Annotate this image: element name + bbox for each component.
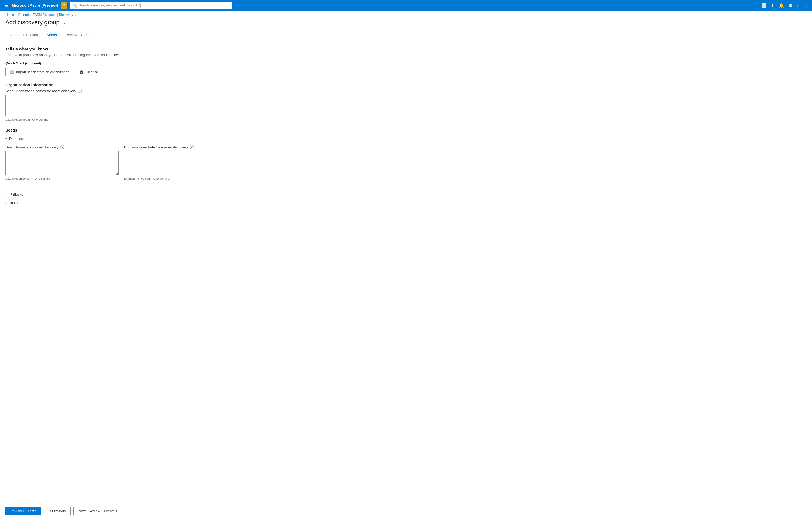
clear-all-button[interactable]: 🗑 Clear all: [76, 68, 103, 76]
topbar-actions: ⬜ ⬇ 🔔 ⚙ ? 👤: [761, 3, 809, 8]
exclude-domains-info-icon[interactable]: i: [190, 145, 194, 149]
divider-1: [5, 186, 807, 186]
hosts-label: Hosts: [9, 201, 18, 205]
org-names-textarea[interactable]: [5, 95, 113, 116]
help-icon[interactable]: ?: [796, 3, 799, 8]
search-input[interactable]: [79, 3, 229, 7]
quick-start-section: Quick Start (optional) 🏢 Import seeds fr…: [5, 61, 807, 76]
breadcrumb-sep-0: ›: [16, 13, 17, 17]
seeds-section: Seeds ▾ Domains Seed Domains for asset d…: [5, 128, 807, 206]
tab-review-create[interactable]: Review + Create: [61, 30, 96, 40]
org-info-icon[interactable]: i: [78, 89, 82, 93]
seeds-title: Seeds: [5, 128, 807, 132]
import-icon: 🏢: [9, 70, 14, 74]
ip-blocks-chevron-icon: ›: [5, 193, 6, 196]
settings-icon[interactable]: ⚙: [788, 3, 792, 8]
page-content: Add discovery group … Group Information …: [0, 19, 812, 232]
seed-domains-label: Seed Domains for asset discovery i: [5, 145, 119, 149]
domains-label: Domains: [9, 136, 23, 141]
org-field-label: Seed Organization names for asset discov…: [5, 89, 807, 93]
seed-domains-textarea[interactable]: [5, 151, 119, 175]
page-title-more[interactable]: …: [62, 20, 67, 25]
breadcrumb-home[interactable]: Home: [5, 13, 14, 17]
tab-group-information[interactable]: Group Information: [5, 30, 42, 40]
breadcrumb-sep-1: ›: [75, 13, 76, 17]
org-info-section: Organization information Seed Organizati…: [5, 83, 807, 121]
exclude-domains-textarea[interactable]: [124, 151, 237, 175]
domain-fields: Seed Domains for asset discovery i Examp…: [5, 145, 807, 180]
page-title-row: Add discovery group …: [5, 19, 807, 26]
page-title: Add discovery group: [5, 19, 60, 26]
tell-us-subtitle: Enter what you know about your organizat…: [5, 53, 807, 57]
tell-us-title: Tell us what you know: [5, 47, 807, 51]
tab-seeds[interactable]: Seeds: [42, 30, 61, 40]
terminal-icon[interactable]: ⬜: [761, 3, 767, 8]
bell-icon[interactable]: 🔔: [779, 3, 784, 8]
tabs: Group Information Seeds Review + Create: [5, 30, 807, 40]
tell-us-section: Tell us what you know Enter what you kno…: [5, 47, 807, 57]
ip-blocks-header[interactable]: › IP Blocks: [5, 191, 807, 197]
topbar: ☰ Microsoft Azure (Preview) ⚙ 🔍 ⬜ ⬇ 🔔 ⚙ …: [0, 0, 812, 11]
user-icon[interactable]: 👤: [803, 3, 809, 8]
ip-blocks-label: IP Blocks: [9, 192, 23, 196]
seed-domains-hint: Example: office.com | One per line.: [5, 177, 119, 180]
ip-blocks-collapsible: › IP Blocks: [5, 191, 807, 197]
exclude-domains-label: Domains to exclude from asset discovery …: [124, 145, 237, 149]
app-icon: ⚙: [61, 2, 67, 9]
seed-domains-field: Seed Domains for asset discovery i Examp…: [5, 145, 119, 180]
search-icon: 🔍: [72, 3, 77, 7]
domains-header[interactable]: ▾ Domains: [5, 135, 807, 142]
quick-start-buttons: 🏢 Import seeds from an organization 🗑 Cl…: [5, 68, 807, 76]
hosts-collapsible: › Hosts: [5, 200, 807, 206]
exclude-domains-hint: Example: office.com | One per line.: [124, 177, 237, 180]
breadcrumb: Home › Defender EASM Resource | Discover…: [0, 11, 812, 19]
app-title: Microsoft Azure (Preview): [12, 3, 58, 7]
import-seeds-button[interactable]: 🏢 Import seeds from an organization: [5, 68, 74, 76]
breadcrumb-defender[interactable]: Defender EASM Resource | Discovery: [18, 13, 74, 17]
quick-start-label: Quick Start (optional): [5, 61, 807, 65]
hosts-header[interactable]: › Hosts: [5, 200, 807, 206]
download-icon[interactable]: ⬇: [771, 3, 775, 8]
domains-chevron-icon: ▾: [5, 137, 7, 141]
hamburger-icon[interactable]: ☰: [3, 2, 9, 9]
trash-icon: 🗑: [80, 70, 83, 74]
hosts-chevron-icon: ›: [5, 201, 6, 205]
org-field-hint: Example: LinkedIn | One per line.: [5, 118, 807, 121]
exclude-domains-field: Domains to exclude from asset discovery …: [124, 145, 237, 180]
org-info-title: Organization information: [5, 83, 807, 87]
seed-domains-info-icon[interactable]: i: [60, 145, 64, 149]
search-bar[interactable]: 🔍: [70, 2, 232, 9]
domains-collapsible: ▾ Domains Seed Domains for asset discove…: [5, 135, 807, 180]
